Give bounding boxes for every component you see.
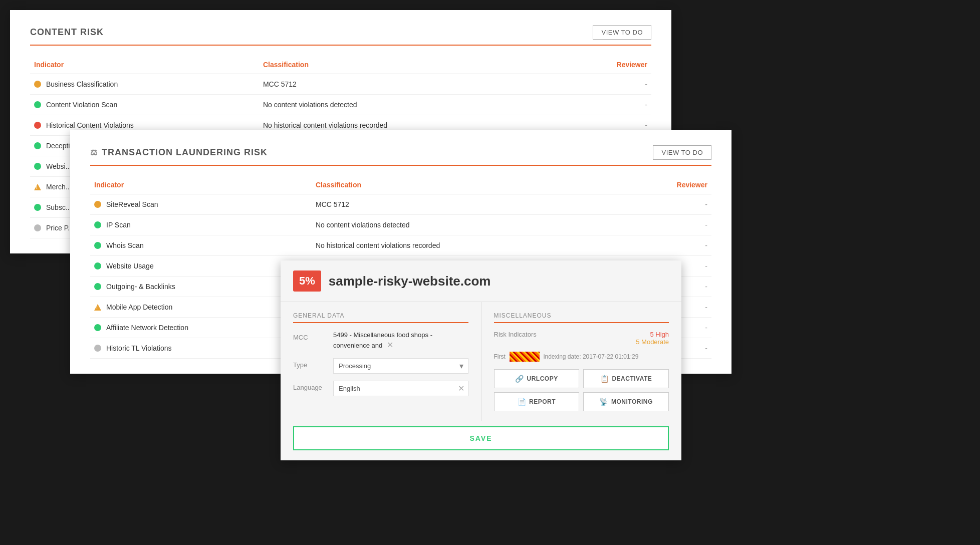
language-clear-icon[interactable]: ✕ <box>458 384 464 393</box>
table-row: Content Violation ScanNo content violati… <box>30 95 651 115</box>
gray-dot <box>94 345 101 352</box>
tl-risk-title: ⚖ TRANSACTION LAUNDERING RISK <box>90 147 268 158</box>
indicator-cell: IP Scan <box>94 221 308 229</box>
tl-risk-header: ⚖ TRANSACTION LAUNDERING RISK VIEW TO DO <box>90 145 711 166</box>
orange-dot <box>94 201 101 208</box>
indicator-cell: Outgoing- & Backlinks <box>94 283 308 291</box>
reviewer-cell: - <box>569 74 651 95</box>
indexing-thumbnail <box>510 352 540 362</box>
tl-risk-view-todo-button[interactable]: VIEW TO DO <box>653 145 711 160</box>
urlcopy-button[interactable]: 🔗 URLCOPY <box>494 369 580 388</box>
indicator-text: Price P... <box>46 224 74 232</box>
report-button[interactable]: 📄 REPORT <box>494 392 580 411</box>
action-buttons: 🔗 URLCOPY 📋 DEACTIVATE 📄 REPORT 📡 MONITO… <box>494 369 669 411</box>
mcc-value: 5499 - Miscellaneous food shops - conven… <box>333 331 468 351</box>
content-risk-title: CONTENT RISK <box>30 27 104 38</box>
indicator-text: Affiliate Network Detection <box>106 324 188 332</box>
misc-title: MISCELLANEOUS <box>494 312 669 323</box>
classification-cell: MCC 5712 <box>312 194 627 215</box>
indicator-cell: Affiliate Network Detection <box>94 324 308 332</box>
green-dot <box>94 262 101 269</box>
moderate-count: 5 Moderate <box>636 338 669 346</box>
reviewer-cell: - <box>627 194 711 215</box>
gray-dot <box>34 224 41 231</box>
col-classification: Classification <box>259 56 569 74</box>
indicator-cell: Historic TL Violations <box>94 344 308 352</box>
risk-badge: 5% <box>293 270 321 292</box>
classification-cell: No content violations detected <box>259 95 569 115</box>
warning-icon <box>94 304 101 311</box>
tl-col-indicator: Indicator <box>90 176 312 194</box>
indicator-cell: Historical Content Violations <box>34 121 255 129</box>
monitoring-icon: 📡 <box>599 398 608 406</box>
indexing-date: indexing date: 2017-07-22 01:01:29 <box>544 353 639 360</box>
table-row: SiteReveal ScanMCC 5712- <box>90 194 711 215</box>
general-data-section: GENERAL DATA MCC 5499 - Miscellaneous fo… <box>281 302 481 421</box>
deactivate-icon: 📋 <box>600 375 609 383</box>
indicator-text: Historic TL Violations <box>106 344 171 352</box>
urlcopy-icon: 🔗 <box>515 375 524 383</box>
indicator-text: Outgoing- & Backlinks <box>106 283 175 291</box>
type-row: Type Processing <box>293 358 468 374</box>
language-input-wrapper: ✕ <box>333 381 468 396</box>
classification-cell: No historical content violations recorde… <box>312 235 627 256</box>
language-label: Language <box>293 381 328 391</box>
risk-counts: 5 High 5 Moderate <box>636 331 669 346</box>
green-dot <box>34 142 41 149</box>
table-row: Whois ScanNo historical content violatio… <box>90 235 711 256</box>
high-count: 5 High <box>636 331 669 338</box>
risk-indicators-label: Risk Indicators <box>494 331 537 338</box>
green-dot <box>34 163 41 170</box>
tl-col-classification: Classification <box>312 176 627 194</box>
monitoring-button[interactable]: 📡 MONITORING <box>583 392 669 411</box>
col-indicator: Indicator <box>30 56 259 74</box>
language-row: Language ✕ <box>293 381 468 396</box>
indicator-text: Whois Scan <box>106 241 144 249</box>
mcc-row: MCC 5499 - Miscellaneous food shops - co… <box>293 331 468 351</box>
indicator-text: Website Usage <box>106 262 154 270</box>
deactivate-button[interactable]: 📋 DEACTIVATE <box>583 369 669 388</box>
risk-indicators-row: Risk Indicators 5 High 5 Moderate <box>494 331 669 346</box>
type-select[interactable]: Processing <box>333 358 468 374</box>
indicator-text: SiteReveal Scan <box>106 200 158 208</box>
reviewer-cell: - <box>627 215 711 235</box>
tl-icon: ⚖ <box>90 148 98 157</box>
website-header: 5% sample-risky-website.com <box>281 260 681 302</box>
language-input[interactable] <box>333 381 468 396</box>
indicator-cell: Website Usage <box>94 262 308 270</box>
green-dot <box>94 283 101 290</box>
website-body: GENERAL DATA MCC 5499 - Miscellaneous fo… <box>281 302 681 421</box>
mcc-label: MCC <box>293 331 328 341</box>
orange-dot <box>34 81 41 88</box>
indicator-text: Historical Content Violations <box>46 121 134 129</box>
save-button[interactable]: SAVE <box>293 426 669 450</box>
green-dot <box>94 221 101 228</box>
indicator-text: Content Violation Scan <box>46 101 117 109</box>
type-label: Type <box>293 358 328 369</box>
reviewer-cell: - <box>627 235 711 256</box>
indicator-cell: Mobile App Detection <box>94 303 308 311</box>
green-dot <box>34 101 41 108</box>
indicator-text: Mobile App Detection <box>106 303 172 311</box>
website-detail-card: 5% sample-risky-website.com GENERAL DATA… <box>281 260 681 460</box>
indicator-text: Business Classification <box>46 80 118 88</box>
indicator-cell: Business Classification <box>34 80 255 88</box>
green-dot <box>34 204 41 211</box>
misc-section: MISCELLANEOUS Risk Indicators 5 High 5 M… <box>481 302 682 421</box>
indicator-text: Websi... <box>46 162 71 170</box>
red-dot <box>34 122 41 129</box>
report-icon: 📄 <box>518 398 527 406</box>
indicator-cell: Content Violation Scan <box>34 101 255 109</box>
classification-cell: MCC 5712 <box>259 74 569 95</box>
indicator-text: Subsc... <box>46 203 72 211</box>
reviewer-cell: - <box>569 95 651 115</box>
mcc-clear-icon[interactable]: ✕ <box>387 341 393 349</box>
table-row: IP ScanNo content violations detected- <box>90 215 711 235</box>
tl-col-reviewer: Reviewer <box>627 176 711 194</box>
general-data-title: GENERAL DATA <box>293 312 468 323</box>
first-indexing-row: First indexing date: 2017-07-22 01:01:29 <box>494 352 669 362</box>
type-select-wrapper: Processing <box>333 358 468 374</box>
content-risk-view-todo-button[interactable]: VIEW TO DO <box>593 25 651 40</box>
first-label: First <box>494 353 506 360</box>
table-row: Business ClassificationMCC 5712- <box>30 74 651 95</box>
